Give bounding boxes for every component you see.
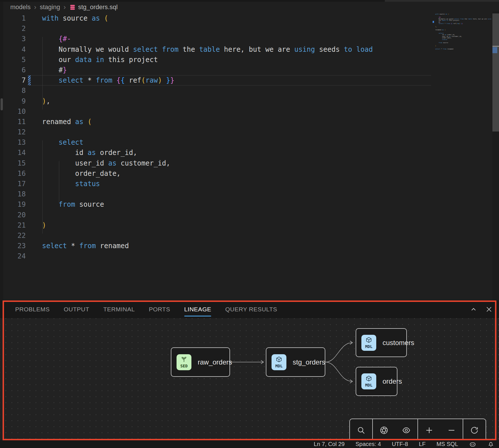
code-text: Normally we would select from the table … [31,44,373,55]
line-number[interactable]: 16 [0,168,26,179]
breadcrumb-file[interactable]: stg_orders.sql [69,3,118,11]
lineage-canvas[interactable]: SEDraw_ordersMDLstg_ordersMDLcustomersMD… [0,318,499,440]
line-number[interactable]: 7 [0,75,26,85]
code-line[interactable]: 16 order_date, [0,168,499,179]
code-line[interactable]: 20 [0,210,499,220]
refresh-button[interactable] [468,424,481,437]
window-top-strip-right [385,0,499,2]
line-number[interactable]: 4 [0,44,26,55]
code-line[interactable]: 13 select [0,137,499,148]
code-line[interactable]: 23select * from renamed [0,241,499,251]
eye-button[interactable] [400,424,413,437]
code-text [31,85,42,96]
badge-label: MDL [365,383,372,387]
copilot-icon[interactable] [469,441,476,448]
code-editor[interactable]: 1with source as (23 {#-4 Normally we wou… [0,13,499,262]
status-indentation[interactable]: Spaces: 4 [355,441,381,447]
modified-line-marker [28,75,31,85]
code-line[interactable]: 4 Normally we would select from the tabl… [0,44,499,55]
line-number[interactable]: 2 [0,23,26,34]
scrollbar-thumb[interactable] [492,13,499,132]
lineage-node-raw_orders[interactable]: SEDraw_orders [171,347,230,377]
code-line[interactable]: 7 select * from {{ ref(raw) }} [0,75,499,85]
tab-lineage[interactable]: LINEAGE [184,300,211,318]
tab-query-results[interactable]: QUERY RESULTS [225,300,277,318]
minimap[interactable]: with source as ( {#- Normally we would s… [435,13,491,53]
line-number[interactable]: 20 [0,210,26,220]
code-line[interactable]: 5 our data in this project [0,55,499,65]
badge-label: MDL [365,344,372,349]
code-line[interactable]: 17 status [0,179,499,189]
toolbar-group [463,419,486,441]
code-line[interactable]: 24 [0,251,499,261]
refresh-icon [470,426,479,435]
status-eol[interactable]: LF [419,441,425,447]
line-number[interactable]: 6 [0,65,26,75]
code-line[interactable]: 22 [0,230,499,241]
line-number[interactable]: 13 [0,137,26,148]
gutter-marker-slot [28,23,31,34]
line-number[interactable]: 14 [0,148,26,158]
code-text: renamed as ( [31,117,92,127]
code-line[interactable]: 14 id as order_id, [0,148,499,158]
code-line[interactable]: 21) [0,220,499,230]
code-line[interactable]: 12 [0,127,499,137]
line-number[interactable]: 22 [0,230,26,241]
code-line[interactable]: 9), [0,96,499,106]
tab-output[interactable]: OUTPUT [64,300,89,318]
code-text: our data in this project [31,55,158,65]
line-number[interactable]: 9 [0,96,26,106]
code-line[interactable]: 15 user_id as customer_id, [0,158,499,168]
code-line[interactable]: 3 {#- [0,34,499,44]
gutter-marker-slot [28,13,31,23]
status-language-mode[interactable]: MS SQL [436,441,458,447]
tab-terminal[interactable]: TERMINAL [103,300,135,318]
line-number[interactable]: 18 [0,189,26,199]
line-number[interactable]: 11 [0,117,26,127]
model-badge: MDL [361,373,376,389]
line-number[interactable]: 23 [0,241,26,251]
zoom-out-button[interactable] [445,424,458,437]
gutter-marker-slot [28,85,31,96]
breadcrumb-item-models[interactable]: models [10,3,31,11]
lineage-node-stg_orders[interactable]: MDLstg_orders [266,347,325,377]
line-number[interactable]: 3 [0,34,26,44]
breadcrumb-file-label: stg_orders.sql [78,3,118,11]
close-icon[interactable] [485,306,493,313]
bell-icon[interactable] [487,441,494,448]
code-line[interactable]: 10 [0,106,499,117]
node-label: customers [383,339,414,347]
line-number[interactable]: 5 [0,55,26,65]
chevron-up-icon[interactable] [470,306,477,313]
line-number[interactable]: 17 [0,179,26,189]
code-text: id as order_id, [31,148,137,158]
lineage-node-customers[interactable]: MDLcustomers [356,328,407,357]
code-line[interactable]: 11renamed as ( [0,117,499,127]
tab-problems[interactable]: PROBLEMS [15,300,50,318]
badge-label: SED [180,364,187,368]
code-line[interactable]: 8 [0,85,499,96]
cube-icon [366,375,372,383]
search-button[interactable] [355,424,367,437]
code-line[interactable]: 1with source as ( [0,13,499,23]
status-cursor-position[interactable]: Ln 7, Col 29 [314,441,345,447]
zoom-in-button[interactable] [423,424,435,437]
status-encoding[interactable]: UTF-8 [392,441,408,447]
line-number[interactable]: 1 [0,13,26,23]
code-line[interactable]: 18 [0,189,499,199]
line-number[interactable]: 8 [0,85,26,96]
code-text [31,189,42,199]
code-line[interactable]: 2 [0,23,499,34]
aperture-button[interactable] [378,424,390,437]
line-number[interactable]: 15 [0,158,26,168]
lineage-node-orders[interactable]: MDLorders [356,367,397,396]
line-number[interactable]: 21 [0,220,26,230]
breadcrumb-item-staging[interactable]: staging [40,3,60,11]
line-number[interactable]: 10 [0,106,26,117]
line-number[interactable]: 24 [0,251,26,261]
line-number[interactable]: 19 [0,199,26,210]
code-line[interactable]: 19 from source [0,199,499,210]
code-line[interactable]: 6 #} [0,65,499,75]
line-number[interactable]: 12 [0,127,26,137]
tab-ports[interactable]: PORTS [149,300,170,318]
